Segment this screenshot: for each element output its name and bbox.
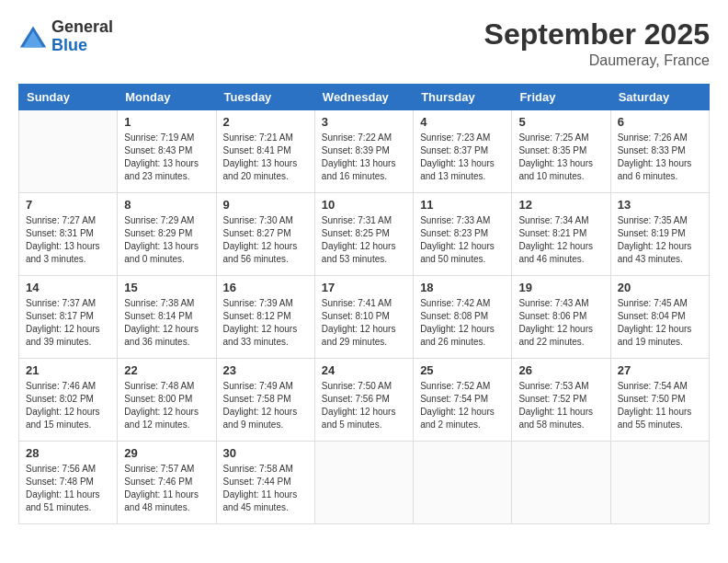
calendar-cell: 5Sunrise: 7:25 AM Sunset: 8:35 PM Daylig…: [512, 110, 610, 193]
day-info: Sunrise: 7:54 AM Sunset: 7:50 PM Dayligh…: [618, 380, 702, 431]
day-number: 26: [518, 363, 603, 377]
calendar-cell: 30Sunrise: 7:58 AM Sunset: 7:44 PM Dayli…: [216, 442, 314, 524]
calendar-cell: 18Sunrise: 7:42 AM Sunset: 8:08 PM Dayli…: [414, 276, 512, 359]
day-number: 10: [322, 198, 406, 212]
day-info: Sunrise: 7:23 AM Sunset: 8:37 PM Dayligh…: [420, 132, 505, 183]
day-number: 24: [322, 363, 406, 377]
day-number: 28: [26, 446, 110, 460]
column-header-wednesday: Wednesday: [314, 85, 413, 110]
day-number: 1: [124, 115, 209, 129]
location-subtitle: Daumeray, France: [484, 52, 710, 69]
day-info: Sunrise: 7:50 AM Sunset: 7:56 PM Dayligh…: [322, 380, 406, 431]
logo: General Blue: [18, 18, 113, 55]
day-number: 12: [518, 198, 603, 212]
day-number: 11: [420, 198, 505, 212]
day-number: 16: [223, 281, 308, 294]
day-number: 8: [124, 198, 209, 212]
day-number: 13: [618, 198, 702, 212]
calendar-cell: 17Sunrise: 7:41 AM Sunset: 8:10 PM Dayli…: [314, 276, 413, 359]
calendar-cell: 28Sunrise: 7:56 AM Sunset: 7:48 PM Dayli…: [19, 442, 118, 524]
calendar-cell: 14Sunrise: 7:37 AM Sunset: 8:17 PM Dayli…: [19, 276, 118, 359]
week-row-3: 14Sunrise: 7:37 AM Sunset: 8:17 PM Dayli…: [19, 276, 710, 359]
day-info: Sunrise: 7:19 AM Sunset: 8:43 PM Dayligh…: [124, 132, 209, 183]
day-info: Sunrise: 7:46 AM Sunset: 8:02 PM Dayligh…: [26, 380, 110, 431]
day-number: 2: [223, 115, 308, 129]
day-info: Sunrise: 7:29 AM Sunset: 8:29 PM Dayligh…: [124, 214, 209, 266]
day-info: Sunrise: 7:35 AM Sunset: 8:19 PM Dayligh…: [618, 214, 702, 266]
day-info: Sunrise: 7:34 AM Sunset: 8:21 PM Dayligh…: [518, 214, 603, 266]
calendar-cell: 11Sunrise: 7:33 AM Sunset: 8:23 PM Dayli…: [414, 193, 512, 276]
calendar-cell: 26Sunrise: 7:53 AM Sunset: 7:52 PM Dayli…: [512, 359, 610, 442]
day-info: Sunrise: 7:33 AM Sunset: 8:23 PM Dayligh…: [420, 214, 505, 266]
calendar-cell: 9Sunrise: 7:30 AM Sunset: 8:27 PM Daylig…: [216, 193, 314, 276]
column-header-sunday: Sunday: [19, 85, 118, 110]
day-info: Sunrise: 7:27 AM Sunset: 8:31 PM Dayligh…: [26, 214, 110, 266]
calendar-cell: 13Sunrise: 7:35 AM Sunset: 8:19 PM Dayli…: [610, 193, 709, 276]
calendar-cell: 12Sunrise: 7:34 AM Sunset: 8:21 PM Dayli…: [512, 193, 610, 276]
calendar-cell: 15Sunrise: 7:38 AM Sunset: 8:14 PM Dayli…: [118, 276, 216, 359]
day-number: 7: [26, 198, 110, 212]
day-info: Sunrise: 7:41 AM Sunset: 8:10 PM Dayligh…: [322, 297, 406, 349]
calendar-cell: 16Sunrise: 7:39 AM Sunset: 8:12 PM Dayli…: [216, 276, 314, 359]
calendar-cell: 25Sunrise: 7:52 AM Sunset: 7:54 PM Dayli…: [414, 359, 512, 442]
calendar-cell: 24Sunrise: 7:50 AM Sunset: 7:56 PM Dayli…: [314, 359, 413, 442]
day-info: Sunrise: 7:22 AM Sunset: 8:39 PM Dayligh…: [322, 132, 406, 183]
day-number: 23: [223, 363, 308, 377]
calendar-table: SundayMondayTuesdayWednesdayThursdayFrid…: [18, 84, 710, 524]
calendar-cell: [610, 442, 709, 524]
day-info: Sunrise: 7:31 AM Sunset: 8:25 PM Dayligh…: [322, 214, 406, 266]
day-info: Sunrise: 7:58 AM Sunset: 7:44 PM Dayligh…: [223, 463, 308, 514]
day-info: Sunrise: 7:45 AM Sunset: 8:04 PM Dayligh…: [618, 297, 702, 349]
day-info: Sunrise: 7:52 AM Sunset: 7:54 PM Dayligh…: [420, 380, 505, 431]
calendar-cell: 1Sunrise: 7:19 AM Sunset: 8:43 PM Daylig…: [118, 110, 216, 193]
day-number: 21: [26, 363, 110, 377]
day-number: 6: [618, 115, 702, 129]
calendar-cell: [512, 442, 610, 524]
day-number: 30: [223, 446, 308, 460]
week-row-2: 7Sunrise: 7:27 AM Sunset: 8:31 PM Daylig…: [19, 193, 710, 276]
day-number: 4: [420, 115, 505, 129]
day-info: Sunrise: 7:48 AM Sunset: 8:00 PM Dayligh…: [124, 380, 209, 431]
day-number: 19: [518, 281, 603, 294]
day-number: 25: [420, 363, 505, 377]
day-info: Sunrise: 7:25 AM Sunset: 8:35 PM Dayligh…: [518, 132, 603, 183]
day-number: 18: [420, 281, 505, 294]
calendar-cell: 23Sunrise: 7:49 AM Sunset: 7:58 PM Dayli…: [216, 359, 314, 442]
calendar-cell: 10Sunrise: 7:31 AM Sunset: 8:25 PM Dayli…: [314, 193, 413, 276]
calendar-cell: [314, 442, 413, 524]
column-header-friday: Friday: [512, 85, 610, 110]
calendar-cell: 19Sunrise: 7:43 AM Sunset: 8:06 PM Dayli…: [512, 276, 610, 359]
day-number: 5: [518, 115, 603, 129]
column-header-monday: Monday: [118, 85, 216, 110]
day-number: 29: [124, 446, 209, 460]
day-info: Sunrise: 7:57 AM Sunset: 7:46 PM Dayligh…: [124, 463, 209, 514]
day-info: Sunrise: 7:53 AM Sunset: 7:52 PM Dayligh…: [518, 380, 603, 431]
day-info: Sunrise: 7:56 AM Sunset: 7:48 PM Dayligh…: [26, 463, 110, 514]
page-header: General Blue September 2025 Daumeray, Fr…: [18, 18, 710, 69]
week-row-4: 21Sunrise: 7:46 AM Sunset: 8:02 PM Dayli…: [19, 359, 710, 442]
month-title: September 2025: [484, 18, 710, 51]
calendar-cell: 7Sunrise: 7:27 AM Sunset: 8:31 PM Daylig…: [19, 193, 118, 276]
day-info: Sunrise: 7:21 AM Sunset: 8:41 PM Dayligh…: [223, 132, 308, 183]
day-info: Sunrise: 7:39 AM Sunset: 8:12 PM Dayligh…: [223, 297, 308, 349]
column-header-tuesday: Tuesday: [216, 85, 314, 110]
calendar-cell: 4Sunrise: 7:23 AM Sunset: 8:37 PM Daylig…: [414, 110, 512, 193]
day-info: Sunrise: 7:38 AM Sunset: 8:14 PM Dayligh…: [124, 297, 209, 349]
day-number: 9: [223, 198, 308, 212]
calendar-cell: 8Sunrise: 7:29 AM Sunset: 8:29 PM Daylig…: [118, 193, 216, 276]
calendar-cell: 3Sunrise: 7:22 AM Sunset: 8:39 PM Daylig…: [314, 110, 413, 193]
logo-icon: [18, 24, 48, 50]
day-info: Sunrise: 7:43 AM Sunset: 8:06 PM Dayligh…: [518, 297, 603, 349]
day-number: 20: [618, 281, 702, 294]
day-info: Sunrise: 7:26 AM Sunset: 8:33 PM Dayligh…: [618, 132, 702, 183]
day-number: 27: [618, 363, 702, 377]
column-header-thursday: Thursday: [414, 85, 512, 110]
column-header-saturday: Saturday: [610, 85, 709, 110]
calendar-cell: 22Sunrise: 7:48 AM Sunset: 8:00 PM Dayli…: [118, 359, 216, 442]
day-number: 17: [322, 281, 406, 294]
day-info: Sunrise: 7:49 AM Sunset: 7:58 PM Dayligh…: [223, 380, 308, 431]
calendar-cell: 20Sunrise: 7:45 AM Sunset: 8:04 PM Dayli…: [610, 276, 709, 359]
week-row-1: 1Sunrise: 7:19 AM Sunset: 8:43 PM Daylig…: [19, 110, 710, 193]
day-info: Sunrise: 7:42 AM Sunset: 8:08 PM Dayligh…: [420, 297, 505, 349]
calendar-header-row: SundayMondayTuesdayWednesdayThursdayFrid…: [19, 85, 710, 110]
